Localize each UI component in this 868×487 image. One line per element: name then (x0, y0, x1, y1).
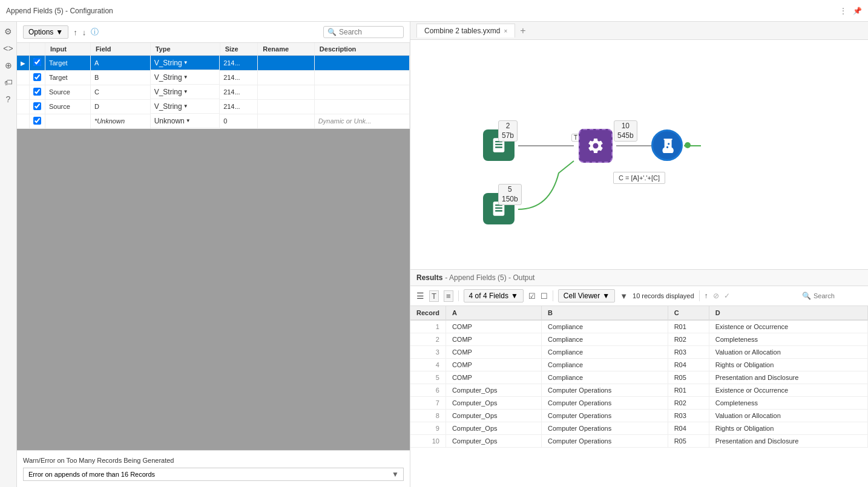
result-cell-c: R03 (668, 346, 709, 359)
result-cell-c: R02 (668, 397, 709, 410)
row-checkbox[interactable] (33, 88, 41, 96)
sidebar-icons: ⚙ <> ⊕ 🏷 ? (0, 22, 17, 487)
fields-label: 4 of 4 Fields (469, 292, 508, 300)
col-d: D (709, 306, 867, 320)
result-cell-b: Compliance (541, 333, 668, 346)
text-type-icon[interactable]: T (429, 290, 439, 302)
row-checkbox[interactable] (33, 73, 41, 81)
result-cell-c: R01 (668, 320, 709, 333)
result-cell-b: Compliance (541, 320, 668, 333)
fields-chevron: ▼ (511, 292, 518, 300)
result-cell-b: Computer Operations (541, 397, 668, 410)
no-icon[interactable]: ⊘ (713, 292, 719, 300)
config-table-container: Input Field Type Size Rename Description… (17, 43, 410, 129)
results-table-row: 4COMPComplianceR04Rights or Obligation (410, 359, 868, 371)
move-down-button[interactable]: ↓ (82, 28, 87, 37)
col-type: Type (150, 43, 220, 56)
cell-viewer-button[interactable]: Cell Viewer ▼ (558, 289, 615, 302)
config-table-row: SourceDV_String ▼214... (17, 99, 410, 114)
code-icon[interactable]: <> (3, 44, 13, 53)
result-cell-b: Computer Operations (541, 410, 668, 422)
row-rename (258, 85, 315, 99)
row-type-value: V_String (154, 73, 182, 82)
result-row-num: 4 (410, 359, 446, 371)
result-cell-c: R04 (668, 422, 709, 435)
config-table-row: *UnknownUnknown ▼0Dynamic or Unk... (17, 114, 410, 128)
sep2 (553, 290, 553, 301)
pin-icon[interactable]: 📌 (853, 7, 862, 15)
info-icon[interactable]: ⓘ (91, 27, 99, 38)
row-type-value: V_String (154, 59, 182, 67)
tag-icon[interactable]: 🏷 (4, 77, 13, 87)
result-row-num: 1 (410, 320, 446, 333)
output-dot (685, 142, 691, 148)
gear-size: 545b (617, 131, 634, 141)
book1-counter: 2 57b (498, 120, 518, 142)
tab-bar: Combine 2 tables.yxmd × + (410, 22, 868, 40)
row-check-cell (30, 70, 45, 85)
left-panel: Options ▼ ↑ ↓ ⓘ 🔍 Input Field (17, 22, 410, 487)
error-select[interactable]: Error on appends of more than 16 Records… (23, 468, 404, 481)
row-type: V_String ▼ (151, 99, 220, 114)
help-icon[interactable]: ? (6, 94, 11, 104)
results-header: Results - Append Fields (5) - Output (410, 270, 868, 286)
gear-count: 10 (617, 122, 634, 131)
results-table-row: 10Computer_OpsComputer OperationsR05Pres… (410, 435, 868, 448)
fields-button[interactable]: 4 of 4 Fields ▼ (464, 289, 524, 302)
target-icon[interactable]: ⊕ (5, 60, 12, 70)
gear-node[interactable] (579, 129, 613, 163)
gear-icon[interactable]: ⚙ (4, 27, 12, 36)
config-search-input[interactable] (339, 28, 399, 36)
result-cell-d: Existence or Occurrence (709, 384, 867, 397)
type-dropdown-icon[interactable]: ▼ (183, 89, 188, 94)
canvas-area[interactable]: 2 57b 5 150b T (410, 40, 868, 269)
list-icon[interactable]: ☰ (416, 291, 424, 301)
config-search-box: 🔍 (323, 26, 404, 38)
row-checkbox[interactable] (33, 58, 41, 66)
row-size: 214... (220, 99, 258, 114)
options-button[interactable]: Options ▼ (23, 25, 68, 39)
sep3 (699, 290, 700, 301)
right-panel: Combine 2 tables.yxmd × + (410, 22, 868, 487)
results-subtitle: - Append Fields (5) - Output (445, 273, 534, 282)
row-checkbox[interactable] (33, 102, 41, 110)
result-cell-d: Rights or Obligation (709, 359, 867, 371)
results-table-row: 5COMPComplianceR05Presentation and Discl… (410, 371, 868, 384)
config-table-row: TargetBV_String ▼214... (17, 70, 410, 85)
filter-icon[interactable]: ≡ (444, 290, 453, 302)
ellipsis-icon[interactable]: ⋮ (840, 7, 847, 15)
row-field: A (90, 56, 150, 71)
row-input: Target (45, 70, 91, 85)
config-table-row: ▶TargetAV_String ▼214... (17, 56, 410, 71)
results-search-input[interactable] (814, 292, 862, 299)
accept-icon[interactable]: ✓ (724, 292, 730, 300)
move-up-button[interactable]: ↑ (73, 28, 77, 37)
uncheck-all-icon[interactable]: ☐ (541, 292, 548, 301)
result-cell-d: Presentation and Disclosure (709, 435, 867, 448)
flask-node[interactable] (651, 129, 683, 161)
cell-viewer-chevron: ▼ (602, 292, 610, 300)
result-cell-d: Presentation and Disclosure (709, 371, 867, 384)
results-search-icon: 🔍 (802, 292, 811, 300)
tab-combine[interactable]: Combine 2 tables.yxmd × (416, 24, 515, 38)
records-count: 10 records displayed (633, 292, 694, 299)
check-all-icon[interactable]: ☑ (528, 292, 536, 301)
filter-records-icon[interactable]: ▼ (620, 292, 628, 301)
type-dropdown-icon[interactable]: ▼ (183, 74, 188, 80)
row-input: Source (45, 99, 91, 114)
tab-close-icon[interactable]: × (504, 28, 507, 34)
type-dropdown-icon[interactable]: ▼ (183, 60, 188, 65)
type-dropdown-icon[interactable]: ▼ (186, 118, 191, 123)
scroll-up-icon[interactable]: ↑ (705, 292, 708, 300)
tab-add-button[interactable]: + (518, 25, 528, 36)
row-field: B (90, 70, 150, 85)
row-arrow (17, 114, 30, 128)
type-dropdown-icon[interactable]: ▼ (183, 103, 188, 109)
row-checkbox[interactable] (33, 117, 41, 125)
tab-label: Combine 2 tables.yxmd (424, 27, 500, 35)
result-row-num: 5 (410, 371, 446, 384)
result-row-num: 3 (410, 346, 446, 359)
result-row-num: 2 (410, 333, 446, 346)
results-table-row: 8Computer_OpsComputer OperationsR03Valua… (410, 410, 868, 422)
row-rename (258, 99, 315, 114)
